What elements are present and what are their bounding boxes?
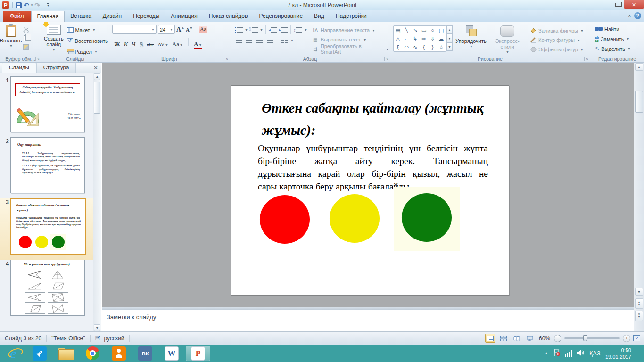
shape-glyph-icon[interactable]: ⇨ [420, 34, 428, 43]
shapes-scroll-down-icon[interactable]: ▼ [446, 34, 453, 42]
shape-glyph-icon[interactable]: ▢ [437, 26, 446, 34]
red-card-circle[interactable] [260, 195, 310, 244]
next-slide-button[interactable]: ▼▼ [635, 311, 643, 321]
panel-scrollbar[interactable]: ▲ ▼ [93, 73, 101, 331]
shape-glyph-icon[interactable]: ↘ [411, 26, 420, 34]
tab-transitions[interactable]: Переходы [127, 11, 165, 22]
collapse-ribbon-icon[interactable]: ∧ [628, 13, 631, 18]
volume-icon[interactable] [577, 349, 585, 358]
format-painter-icon[interactable] [22, 43, 30, 51]
close-panel-icon[interactable]: ✕ [93, 65, 98, 71]
odnoklassniki-icon[interactable] [107, 346, 131, 361]
layout-button[interactable]: Макет▼ [66, 25, 109, 35]
reading-view-button[interactable] [512, 334, 522, 343]
shape-fill-button[interactable]: Заливка фигуры▼ [529, 26, 585, 35]
tab-design[interactable]: Дизайн [97, 11, 127, 22]
shrink-font-icon[interactable]: A▼ [186, 26, 193, 33]
shape-glyph-icon[interactable]: ○ [428, 26, 437, 34]
justify-icon[interactable] [265, 36, 274, 44]
align-text-button[interactable]: ▦ Выровнять текст▼ [311, 35, 390, 44]
panel-tab-outline[interactable]: Структура [36, 63, 76, 73]
tab-home[interactable]: Главная [31, 11, 65, 22]
previous-slide-button[interactable]: ▲▲ [635, 298, 643, 309]
spellcheck-status[interactable]: русский [91, 335, 129, 342]
action-center-flag-icon[interactable] [553, 349, 561, 358]
shape-glyph-icon[interactable]: ▤ [394, 26, 402, 34]
reset-button[interactable]: ↺ Восстановить [66, 36, 109, 46]
find-button[interactable]: Найти [594, 24, 644, 34]
scroll-down-icon[interactable]: ▼ [635, 288, 643, 296]
zoom-slider-thumb[interactable] [583, 335, 587, 341]
notes-pane[interactable]: Заметки к слайду [102, 310, 634, 331]
font-name-combobox[interactable]: ▼ [112, 25, 157, 34]
shape-glyph-icon[interactable]: ξ [394, 43, 402, 51]
align-left-icon[interactable] [234, 36, 243, 44]
scroll-up-icon[interactable]: ▲ [635, 63, 643, 71]
replace-button[interactable]: abac Заменить▼ [594, 34, 644, 44]
bold-button[interactable]: Ж [114, 41, 120, 48]
clear-formatting-icon[interactable]: Aa [199, 26, 207, 33]
tab-insert[interactable]: Вставка [65, 11, 97, 22]
internet-explorer-icon[interactable]: e [1, 346, 25, 361]
shape-glyph-icon[interactable]: ╲ [402, 26, 411, 34]
change-case-button[interactable]: Aa▼ [172, 41, 183, 48]
shapes-more-icon[interactable]: ▼̲ [446, 42, 453, 51]
shapes-scroll-up-icon[interactable]: ▲ [446, 25, 453, 34]
shape-glyph-icon[interactable]: ☁ [437, 34, 446, 43]
clock[interactable]: 0:50 19.01.2017 [605, 347, 631, 360]
customize-qat-icon[interactable]: ▾ [47, 3, 49, 8]
notes-placeholder[interactable]: Заметки к слайду [102, 310, 634, 321]
powerpoint-taskbar-icon[interactable]: P [186, 346, 210, 361]
restore-button[interactable] [611, 0, 624, 9]
file-explorer-icon[interactable] [54, 346, 78, 361]
shape-glyph-icon[interactable]: ∿ [411, 43, 420, 51]
text-shadow-button[interactable]: S [140, 41, 143, 48]
strikethrough-button[interactable]: abc [147, 41, 154, 47]
slide-body-text[interactable]: Оқушылар үшбұрыштар теңдігінің үш белгіс… [258, 142, 488, 193]
decrease-indent-icon[interactable] [268, 26, 278, 34]
shape-glyph-icon[interactable]: ⌐ [402, 34, 411, 43]
panel-scroll-up-icon[interactable]: ▲ [94, 73, 100, 80]
show-hidden-icons-icon[interactable]: ▲ [545, 351, 548, 355]
zoom-out-icon[interactable]: − [554, 335, 561, 342]
zoom-percentage[interactable]: 60% [539, 335, 550, 342]
theme-name[interactable]: "Тема Office" [47, 335, 90, 342]
paste-dropdown-icon[interactable]: ▼ [9, 43, 13, 49]
zoom-in-icon[interactable]: + [623, 335, 630, 342]
cut-icon[interactable] [22, 25, 30, 33]
undo-dropdown-icon[interactable]: ▾ [31, 3, 33, 7]
increase-indent-icon[interactable] [279, 26, 288, 34]
powerpoint-app-icon[interactable]: P [2, 1, 9, 9]
underline-button[interactable]: Ч [132, 41, 136, 48]
scroll-thumb[interactable] [635, 91, 643, 113]
italic-button[interactable]: К [124, 41, 128, 48]
minimize-button[interactable]: – [597, 0, 611, 9]
chrome-icon[interactable] [80, 346, 105, 361]
tab-slideshow[interactable]: Показ слайдов [203, 11, 254, 22]
shape-glyph-icon[interactable]: ⇩ [428, 34, 437, 43]
slide-thumbnail-3-selected[interactable]: 3 Өткен сабақты қайталау (жұптық жұмыс):… [0, 198, 93, 260]
save-icon[interactable] [16, 2, 22, 8]
align-center-icon[interactable] [244, 36, 254, 44]
shape-glyph-icon[interactable]: ◠ [402, 43, 411, 51]
slideshow-view-button[interactable] [525, 334, 535, 343]
numbering-icon[interactable] [249, 26, 258, 34]
panel-tab-slides[interactable]: Слайды [2, 63, 36, 73]
character-spacing-button[interactable]: AV▼ [157, 41, 168, 47]
redo-icon[interactable]: ↷ [34, 2, 40, 8]
undo-icon[interactable]: ↶ [24, 2, 29, 8]
select-button[interactable]: ↖ Выделить▼ [594, 44, 644, 54]
zoom-slider[interactable] [564, 337, 620, 339]
shape-glyph-icon[interactable]: } [428, 43, 437, 51]
tab-review[interactable]: Рецензирование [253, 11, 308, 22]
shape-glyph-icon[interactable]: ▭ [420, 26, 428, 34]
font-color-button[interactable]: А▼ [194, 41, 202, 49]
bullets-icon[interactable] [234, 26, 243, 34]
vertical-scrollbar[interactable]: ▲ ▼ ▲▲ ▼▼ [634, 63, 644, 331]
font-size-combobox[interactable]: 24▼ [158, 25, 175, 34]
yellow-card-circle[interactable] [330, 194, 380, 243]
word-icon[interactable]: W [159, 346, 184, 361]
slide[interactable]: Өткен сабақты қайталау (жұптық жұмыс): О… [231, 85, 509, 296]
slide-sorter-view-button[interactable] [498, 334, 509, 343]
help-icon[interactable]: ? [634, 12, 641, 19]
